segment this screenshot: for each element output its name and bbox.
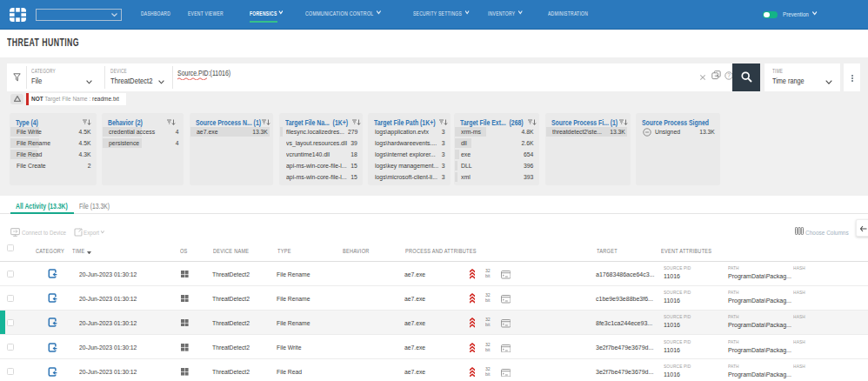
svg-text:?: ?: [727, 72, 731, 78]
